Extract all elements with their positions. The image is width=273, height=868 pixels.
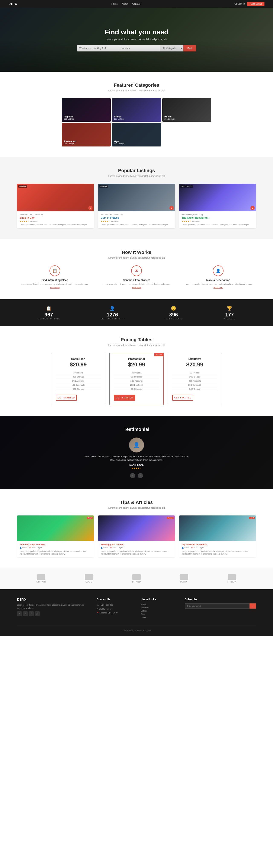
listing-gym-desc: Lorem ipsum dolor sit amet, consectetur … (101, 223, 172, 226)
basic-get-started-button[interactable]: GET STARTED (56, 395, 77, 401)
listing-restaurant-heart-icon[interactable]: ♥ (250, 206, 255, 210)
navbar: DIRX Home About Contact Or Sign In + Add… (0, 0, 273, 8)
price-basic-amount: $20.99 (56, 361, 101, 368)
professional-get-started-button[interactable]: GET STARTED (114, 395, 135, 401)
person-icon: 👤 (216, 269, 220, 273)
social-instagram-icon[interactable]: ig (35, 611, 40, 616)
listing-gym-title[interactable]: Gym In Fitness (101, 216, 172, 219)
how-step-1-icon: 📋 (49, 266, 60, 276)
basic-feature-3: 1GB Accounts (56, 379, 101, 383)
category-hotels-overlay: Hotels 191 Listings (162, 98, 211, 122)
category-shops[interactable]: Shops 211 Listings (112, 98, 161, 122)
how-step-2-link[interactable]: Read More (99, 286, 174, 289)
partner-logo-2: LOGO (85, 575, 93, 583)
pricing-grid: Basic Plan $20.99 20 Projects 3GB Storag… (51, 353, 222, 405)
article-hotel-comments: 💬 0 (201, 547, 204, 549)
article-fitness-body: Starting your fitness 👤 Admin 📅 15 Jul 💬… (98, 541, 175, 557)
listing-gym-bg (98, 184, 175, 211)
listing-shop-img: Featured ♥ (17, 184, 94, 211)
how-step-1-link[interactable]: Read More (17, 286, 92, 289)
footer-link-blog-a[interactable]: Blog (141, 613, 145, 615)
footer-link-listings: Listings (141, 610, 176, 612)
basic-feature-4: 1GB Bandwidth (56, 383, 101, 387)
how-step-2: ✉ Contact a Few Owners Lorem ipsum dolor… (99, 266, 174, 289)
listing-card-shop[interactable]: Featured ♥ 32a Forrest St, Forrest City … (17, 184, 94, 228)
testimonial-author: Martin Smith (83, 464, 190, 466)
pricing-section: Pricing Tables Lorem ipsum dolor sit ame… (0, 326, 273, 416)
footer: DIRX Lorem ipsum dolor sit amet, consect… (0, 589, 273, 636)
footer-link-home-a[interactable]: Home (141, 603, 146, 606)
social-linkedin-icon[interactable]: in (29, 611, 34, 616)
hero-overlay (0, 40, 273, 72)
footer-link-home: Home (141, 603, 176, 606)
listing-shop-title[interactable]: Shop In City (20, 216, 91, 219)
list-icon: 📋 (53, 269, 57, 273)
listing-restaurant-bg (179, 184, 256, 211)
add-listing-button[interactable]: + Add Listing (247, 2, 265, 6)
partner-logo-5: CITRON (227, 575, 237, 583)
testimonial-prev-button[interactable]: ‹ (130, 473, 135, 478)
footer-links-list: Home About Us Listings Blog Contact (141, 603, 176, 618)
price-professional-features: 40 Projects 3GB Storage 2GB Accounts 1GB… (114, 371, 159, 391)
price-exclusive-features: 60 Projects 3GB Storage 3GB Accounts 1GB… (172, 371, 217, 391)
category-restaurant-name: Restaurant (64, 140, 108, 143)
tips-articles-title: Tips & Articles (17, 500, 256, 505)
partner-icon-2 (85, 575, 93, 580)
category-shops-count: 211 Listings (114, 118, 159, 120)
nav-home[interactable]: Home (111, 3, 117, 5)
subscribe-email-input[interactable] (185, 603, 249, 609)
listing-shop-bg (17, 184, 94, 211)
article-card-hotel[interactable]: Hotel top 35 Hotel in canada 👤 Admin 📅 1… (179, 516, 256, 557)
social-twitter-icon[interactable]: t (23, 611, 28, 616)
how-step-3-link[interactable]: Read More (181, 286, 256, 289)
testimonial-next-button[interactable]: › (138, 473, 143, 478)
category-nightlife-overlay: Nightlife 332 Listings (62, 98, 111, 122)
partner-name-2: LOGO (86, 581, 93, 583)
category-nightlife[interactable]: Nightlife 332 Listings (62, 98, 111, 122)
listing-shop-desc: Lorem ipsum dolor sit amet, consectetur … (20, 223, 91, 226)
article-food-title[interactable]: The best food in dubai (20, 543, 91, 546)
partner-icon-1 (37, 575, 45, 580)
stat-clients-icon: 😊 (165, 306, 182, 311)
popular-listings-section: Popular Listings Lorem ipsum dolor sit a… (0, 157, 273, 239)
excl-feature-1: 60 Projects (172, 371, 217, 375)
navbar-links: Home About Contact (111, 3, 140, 5)
listing-restaurant-body: 45 Authentic, Forrest City The Green Res… (179, 211, 256, 228)
article-card-fitness[interactable]: Fitness Starting your fitness 👤 Admin 📅 … (98, 516, 175, 557)
category-hotels[interactable]: Hotels 191 Listings (162, 98, 211, 122)
article-hotel-title[interactable]: top 35 Hotel in canada (182, 543, 253, 546)
stat-listings-rent: 👤 1276 LISTINGS FOR RENT (101, 306, 124, 320)
category-gym[interactable]: Gym 143 Listings (112, 123, 161, 147)
listing-shop-heart-icon[interactable]: ♥ (88, 206, 93, 210)
listing-shop-reviews: 2 Reviews (30, 221, 38, 222)
nav-contact[interactable]: Contact (132, 3, 140, 5)
stat-clients: 😊 396 HAPPY CLIENTS (165, 306, 182, 320)
listing-card-restaurant[interactable]: Authenticated ♥ 45 Authentic, Forrest Ci… (179, 184, 256, 228)
nav-about[interactable]: About (122, 3, 128, 5)
social-facebook-icon[interactable]: f (17, 611, 22, 616)
stat-rent-label: LISTINGS FOR RENT (101, 318, 124, 320)
article-hotel-desc: Lorem ipsum dolor sit amet consectetur a… (182, 550, 253, 555)
listing-gym-heart-icon[interactable]: ♥ (169, 206, 174, 210)
footer-link-contact-a[interactable]: Contact (141, 616, 147, 618)
category-gym-count: 143 Listings (114, 143, 159, 145)
article-fitness-title[interactable]: Starting your fitness (101, 543, 172, 546)
article-card-food[interactable]: Food The best food in dubai 👤 Admin 📅 30… (17, 516, 94, 557)
article-hotel-img: Hotel (179, 516, 256, 541)
exclusive-get-started-button[interactable]: GET STARTED (172, 395, 194, 401)
hero-section: Find what you need Lorem ipsum dolor sit… (0, 8, 273, 72)
sign-in-text[interactable]: Or Sign In (234, 3, 245, 5)
how-step-1: 📋 Find Interesting Place Lorem ipsum dol… (17, 266, 92, 289)
footer-grid: DIRX Lorem ipsum dolor sit amet, consect… (17, 598, 256, 619)
footer-link-listings-a[interactable]: Listings (141, 610, 147, 612)
category-restaurant[interactable]: Restaurant 255 Listings (62, 123, 111, 147)
footer-link-about-a[interactable]: About Us (141, 607, 149, 609)
article-food-badge: Food (87, 517, 93, 519)
partner-name-3: BRAND (132, 581, 141, 583)
price-exclusive-amount: $20.99 (172, 361, 217, 368)
listing-restaurant-title[interactable]: The Green Restaurant (182, 216, 253, 219)
article-fitness-comments: 💬 2 (120, 547, 123, 549)
price-professional-amount: $20.99 (114, 361, 159, 368)
subscribe-button[interactable]: → (249, 603, 256, 609)
listing-card-gym[interactable]: Featured ♥ 3rd Forma St, Forrest City Gy… (98, 184, 175, 228)
